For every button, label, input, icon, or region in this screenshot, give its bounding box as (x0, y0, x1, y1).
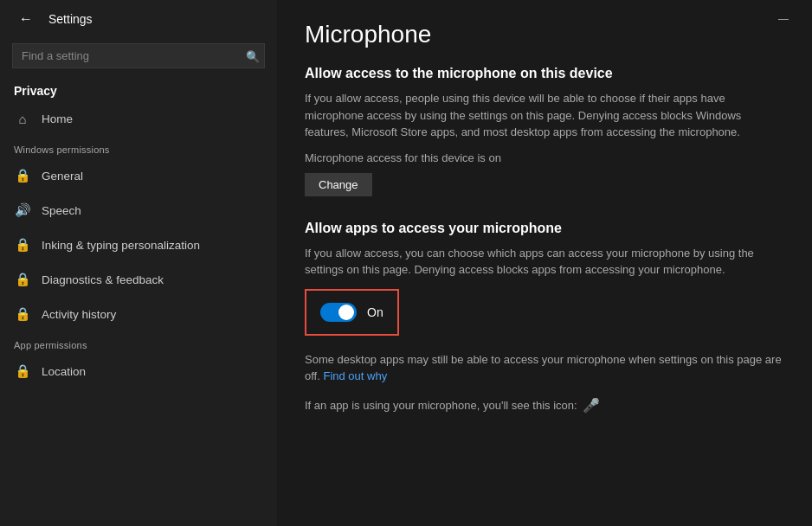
sidebar-item-activity[interactable]: 🔒 Activity history (0, 297, 277, 331)
change-button[interactable]: Change (305, 173, 372, 196)
sidebar-header: ← Settings (0, 0, 277, 38)
sidebar-item-location-label: Location (42, 365, 86, 378)
search-box: 🔍 (12, 43, 265, 68)
toggle-switch[interactable] (320, 303, 357, 322)
toggle-knob (338, 305, 354, 320)
sidebar-item-inking-label: Inking & typing personalization (42, 239, 200, 252)
sidebar-item-general-label: General (42, 170, 83, 183)
allow-apps-description: If you allow access, you can choose whic… (305, 245, 784, 279)
toggle-label: On (367, 305, 383, 319)
sidebar-item-speech-label: Speech (42, 204, 81, 217)
sidebar-item-inking[interactable]: 🔒 Inking & typing personalization (0, 228, 277, 262)
microphone-toggle-area[interactable]: On (305, 289, 399, 336)
titlebar-controls: — (764, 7, 803, 31)
sidebar-item-diagnostics-label: Diagnostics & feedback (42, 273, 164, 286)
search-input[interactable] (12, 43, 265, 68)
back-button[interactable]: ← (14, 7, 38, 31)
home-icon: ⌂ (14, 110, 31, 127)
icon-note-text: If an app is using your microphone, you'… (305, 399, 577, 412)
allow-access-description: If you allow access, people using this d… (305, 90, 784, 141)
location-icon: 🔒 (14, 362, 31, 380)
inking-icon: 🔒 (14, 236, 31, 253)
main-content: — Microphone Allow access to the microph… (277, 0, 812, 526)
app-permissions-label: App permissions (0, 331, 277, 354)
sidebar-item-home[interactable]: ⌂ Home (0, 101, 277, 136)
microphone-icon: 🎤 (583, 397, 600, 414)
sidebar-item-general[interactable]: 🔒 General (0, 158, 277, 193)
sidebar-title-label: Settings (48, 12, 93, 26)
footer-note: Some desktop apps may still be able to a… (305, 351, 784, 385)
allow-access-heading: Allow access to the microphone on this d… (305, 66, 784, 81)
sidebar-item-diagnostics[interactable]: 🔒 Diagnostics & feedback (0, 262, 277, 297)
page-title: Microphone (305, 21, 784, 48)
sidebar: ← Settings 🔍 Privacy ⌂ Home Windows perm… (0, 0, 277, 526)
icon-note: If an app is using your microphone, you'… (305, 397, 784, 414)
sidebar-item-location[interactable]: 🔒 Location (0, 354, 277, 388)
activity-icon: 🔒 (14, 305, 31, 323)
privacy-label: Privacy (0, 77, 277, 101)
device-status: Microphone access for this device is on (305, 151, 784, 164)
diagnostics-icon: 🔒 (14, 271, 31, 288)
minimize-button[interactable]: — (764, 7, 803, 31)
sidebar-item-activity-label: Activity history (42, 308, 116, 321)
allow-apps-heading: Allow apps to access your microphone (305, 221, 784, 236)
sidebar-item-speech[interactable]: 🔊 Speech (0, 193, 277, 228)
speech-icon: 🔊 (14, 202, 31, 219)
general-icon: 🔒 (14, 167, 31, 184)
windows-permissions-label: Windows permissions (0, 136, 277, 158)
sidebar-item-home-label: Home (42, 112, 73, 125)
find-out-why-link[interactable]: Find out why (323, 369, 387, 382)
search-icon[interactable]: 🔍 (246, 49, 260, 62)
